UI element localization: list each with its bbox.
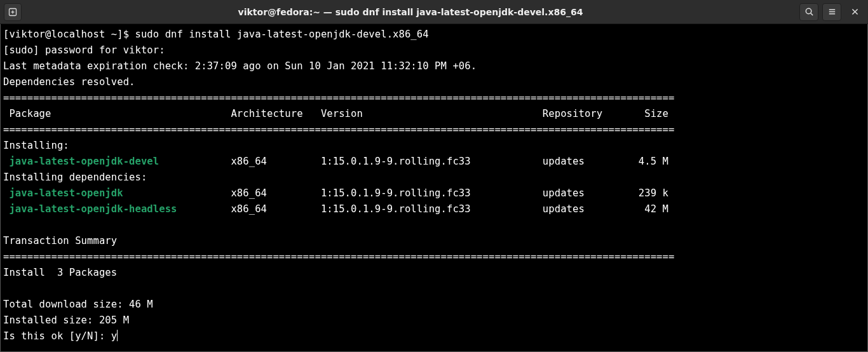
rule-line: ========================================…: [3, 92, 674, 104]
terminal-output[interactable]: [viktor@localhost ~]$ sudo dnf install j…: [0, 24, 868, 352]
new-tab-button[interactable]: [4, 3, 22, 21]
package-details: x86_64 1:15.0.1.9-9.rolling.fc33 updates…: [177, 203, 668, 215]
search-button[interactable]: [799, 3, 818, 21]
svg-point-3: [806, 8, 811, 13]
sudo-password-line: [sudo] password for viktor:: [3, 44, 171, 56]
close-button[interactable]: [845, 3, 864, 21]
prompt: [viktor@localhost ~]$: [3, 29, 135, 40]
package-details: x86_64 1:15.0.1.9-9.rolling.fc33 updates…: [159, 156, 668, 167]
install-count: Install 3 Packages: [3, 267, 117, 278]
rule-line: ========================================…: [3, 124, 674, 135]
package-row: java-latest-openjdk-devel x86_64 1:15.0.…: [3, 156, 668, 167]
installing-label: Installing:: [3, 140, 69, 151]
package-details: x86_64 1:15.0.1.9-9.rolling.fc33 updates…: [123, 187, 668, 199]
package-name: java-latest-openjdk-devel: [3, 156, 159, 167]
command-text: sudo dnf install java-latest-openjdk-dev…: [135, 29, 429, 40]
confirm-answer[interactable]: y: [111, 330, 117, 342]
transaction-summary: Transaction Summary: [3, 235, 117, 247]
installing-deps-label: Installing dependencies:: [3, 172, 147, 183]
package-name: java-latest-openjdk: [3, 187, 123, 199]
table-header: Package Architecture Version Repository …: [3, 108, 668, 119]
package-name: java-latest-openjdk-headless: [3, 203, 177, 215]
menu-button[interactable]: [822, 3, 841, 21]
new-tab-icon: [8, 7, 18, 17]
package-row: java-latest-openjdk-headless x86_64 1:15…: [3, 203, 668, 215]
metadata-line: Last metadata expiration check: 2:37:09 …: [3, 60, 477, 72]
total-download: Total download size: 46 M: [3, 299, 153, 310]
confirm-prompt: Is this ok [y/N]:: [3, 330, 111, 342]
search-icon: [804, 7, 814, 17]
installed-size: Installed size: 205 M: [3, 315, 129, 326]
deps-resolved-line: Dependencies resolved.: [3, 76, 135, 88]
rule-line: ========================================…: [3, 251, 674, 262]
svg-line-4: [810, 13, 812, 15]
hamburger-icon: [827, 7, 837, 17]
window-title: viktor@fedora:~ — sudo dnf install java-…: [22, 7, 799, 17]
text-cursor: [117, 330, 118, 341]
package-row: java-latest-openjdk x86_64 1:15.0.1.9-9.…: [3, 187, 668, 199]
close-icon: [851, 8, 859, 16]
window-titlebar: viktor@fedora:~ — sudo dnf install java-…: [0, 0, 868, 24]
